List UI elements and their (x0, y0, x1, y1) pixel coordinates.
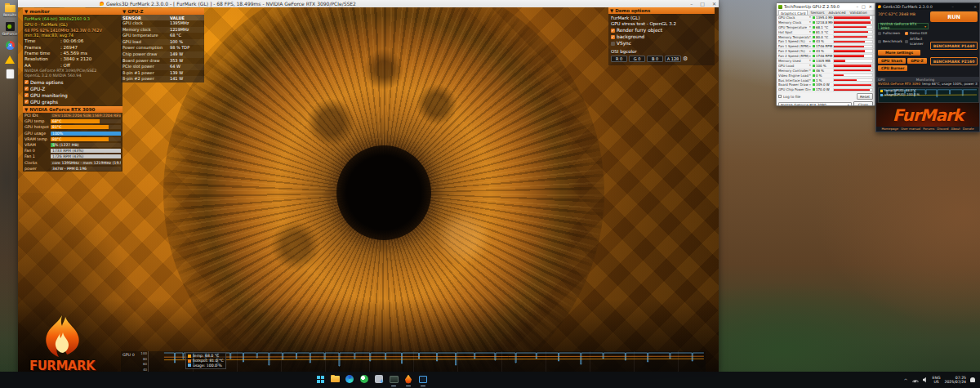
demo-toggle[interactable]: ✓ Render furry object (611, 27, 712, 33)
sensor-name: Fan 1 Speed (RPM) (778, 44, 809, 48)
close-button[interactable]: ✕ (973, 5, 978, 9)
run-option-toggle[interactable]: Artifact scanner (905, 37, 930, 47)
gpu-select[interactable]: NVIDIA GeForce RTX 3090 ▾ (878, 23, 929, 29)
footer-link[interactable]: Forums (923, 127, 934, 131)
footer-link[interactable]: Discord (937, 127, 948, 131)
minimize-button[interactable]: – (951, 5, 954, 9)
tool-button[interactable]: GPU-Z (907, 58, 926, 64)
tool-button[interactable]: GPU Shark (878, 58, 906, 64)
checkbox-icon[interactable]: ✓ (24, 87, 29, 91)
toggle-label: Demo options (30, 79, 63, 86)
close-button[interactable]: ✕ (868, 4, 873, 9)
tray-overflow-button[interactable]: ^ (904, 377, 908, 383)
checkbox-icon[interactable] (611, 42, 615, 46)
furmark-taskbar-button[interactable] (403, 373, 414, 385)
edge-button[interactable] (344, 373, 355, 385)
desktop-icon-strip: Results GeForce (2, 5, 20, 84)
run-option-toggle[interactable]: ✓ Demo GUI (905, 31, 930, 36)
close-window-button[interactable]: Close (853, 101, 873, 106)
panel-toggle[interactable]: ✓ GPU monitoring (24, 92, 121, 99)
checkbox-icon[interactable]: ✓ (611, 29, 615, 33)
legend-entry: usage(GPU0): 100.0 % (880, 93, 920, 97)
desktop-icon-results[interactable]: Results (2, 5, 18, 17)
demo-toggle[interactable]: ✓ background (611, 33, 712, 40)
gpuz-tab[interactable]: Validation (849, 10, 869, 15)
bgcolor-b-button[interactable]: B 0 (647, 56, 663, 62)
run-button[interactable]: RUN (930, 11, 978, 22)
run-option-toggle[interactable]: Benchmark (878, 37, 903, 47)
utility-button[interactable] (373, 373, 385, 385)
language-indicator[interactable]: ENG US (933, 376, 941, 385)
desktop-icon-drive[interactable] (2, 56, 18, 65)
file-explorer-button[interactable] (329, 373, 341, 385)
running-app-button[interactable] (388, 373, 399, 385)
gauge-value: core 1395MHz - mem 1219MHz (19.5Gbps) (51, 161, 121, 165)
monitoring-row: NVIDIA GeForce RTX 3090 temp 68°C, usage… (876, 82, 979, 86)
checkbox-icon[interactable]: ✓ (24, 100, 29, 104)
gear-icon[interactable]: ⚙ (683, 56, 688, 62)
maximize-button[interactable]: □ (697, 1, 707, 7)
minimize-button[interactable]: – (856, 4, 860, 9)
panel-toggle[interactable]: ✓ GPU-Z (24, 86, 121, 92)
checkbox-icon[interactable] (878, 40, 881, 43)
sensor-name: GPU clock (122, 20, 143, 27)
bgcolor-g-button[interactable]: G 0 (629, 56, 645, 62)
checkbox-icon[interactable]: ✓ (24, 80, 29, 84)
benchmark-button[interactable]: BENCHMARK P1440 (930, 42, 978, 50)
footer-link[interactable]: Donate (963, 127, 974, 131)
sensor-gauge: core 1395MHz - mem 1219MHz (19.5Gbps) (51, 161, 121, 165)
footer-link[interactable]: User manual (901, 127, 920, 131)
panel-toggle[interactable]: ✓ Demo options (24, 79, 121, 86)
gpuz-tab[interactable]: Graphics Card (778, 10, 808, 15)
notification-bell-icon[interactable] (970, 377, 975, 382)
gpuz-tab[interactable]: Sensors (808, 10, 826, 15)
bgcolor-a-button[interactable]: A 128 (665, 56, 681, 62)
checkbox-icon[interactable]: ✓ (905, 32, 908, 35)
desktop-icon-geforce[interactable]: GeForce (2, 22, 18, 36)
card-select[interactable]: NVIDIA GeForce RTX 3090 ▾ (778, 102, 852, 106)
checkbox-icon[interactable]: ✓ (24, 93, 29, 97)
clock[interactable]: 07:25 2025/07/24 (945, 376, 966, 385)
wifi-icon[interactable] (912, 377, 919, 383)
bgcolor-r-button[interactable]: R 0 (611, 56, 627, 62)
benchmark-button[interactable]: BENCHMARK P2160 (930, 57, 978, 65)
monitor-panel-header[interactable]: ▼ monitor (23, 8, 122, 15)
reset-button[interactable]: Reset (857, 93, 873, 100)
maximize-button[interactable]: □ (861, 4, 866, 9)
volume-icon[interactable] (923, 377, 929, 383)
panel-toggle[interactable]: ✓ GPU graphs (24, 99, 121, 105)
demo-toggle[interactable]: VSync (611, 40, 712, 47)
nvidia-panel-header[interactable]: ▼ NVIDIA GeForce RTX 3090 (23, 106, 122, 113)
gpuz-taskbar-button[interactable] (417, 373, 429, 385)
log-to-file-label: Log to file (783, 95, 855, 99)
footer-link[interactable]: About (951, 127, 960, 131)
tool-button[interactable]: CPU Burner (878, 65, 907, 71)
checkbox-icon[interactable]: ✓ (611, 35, 615, 39)
keyboard-layout: US (933, 380, 941, 384)
folder-icon (5, 5, 16, 12)
log-to-file-checkbox[interactable] (778, 95, 782, 98)
run-option-toggle[interactable]: Fullscreen (878, 31, 903, 36)
graph-fill (834, 46, 864, 47)
footer-link[interactable]: Homepage (881, 127, 898, 131)
gpuz-overlay-header[interactable]: ▼ GPU-Z (121, 8, 204, 15)
store-button[interactable] (359, 373, 370, 385)
osd-line: GPU 0 - FurMark (GL) (24, 22, 121, 28)
osd-line: min:31, max:83, avg:74 (24, 33, 121, 38)
close-button[interactable]: ✕ (710, 1, 719, 7)
more-settings-button[interactable]: More settings (878, 50, 920, 56)
gauge-value: 5% (1227 MB) (51, 143, 79, 147)
demo-options-header[interactable]: ▼ Demo options (608, 7, 715, 14)
monitor-panel: ▼ monitor FurMark (64-bit) 3840x2160 9.3… (23, 8, 122, 108)
checkbox-icon[interactable] (878, 32, 881, 35)
gpuz-tab[interactable]: Advanced (826, 10, 847, 15)
start-button[interactable] (314, 373, 326, 385)
checkbox-icon[interactable] (905, 40, 908, 43)
desktop-icon-document[interactable] (2, 69, 18, 79)
desktop-icon-chrome[interactable] (2, 41, 18, 51)
sensor-row: PCIe slot power 64 W (121, 64, 204, 70)
minimize-button[interactable]: – (688, 1, 695, 7)
window-titlebar[interactable]: Geeks3D FurMark 2.3.0.0 - [ FurMark (GL)… (18, 0, 719, 7)
furmark-gui-titlebar[interactable]: Geeks3D FurMark 2.3.0.0 – ✕ (876, 3, 979, 10)
gpuz-titlebar[interactable]: TechPowerUp GPU-Z 2.59.0 – □ ✕ (777, 3, 875, 10)
